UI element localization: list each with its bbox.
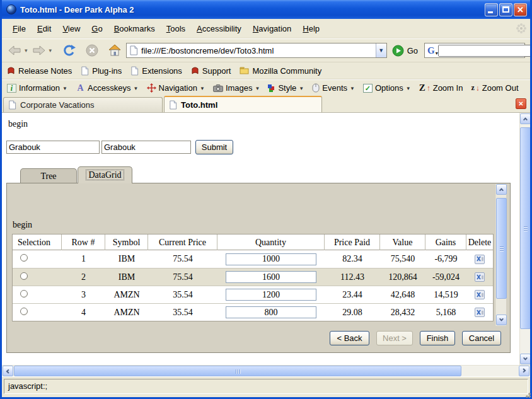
dropdown-caret-icon: ▼ — [62, 86, 67, 91]
resize-grip[interactable] — [523, 390, 531, 398]
dropdown-caret-icon: ▼ — [406, 86, 411, 91]
row-radio[interactable] — [20, 308, 28, 315]
page-icon — [169, 100, 177, 110]
url-bar[interactable]: ▼ — [126, 43, 387, 58]
devbar-zoom-out[interactable]: z↓ Zoom Out — [471, 83, 518, 93]
devbar-information[interactable]: i Information ▼ — [7, 83, 67, 93]
back-button[interactable] — [7, 44, 22, 57]
forward-dropdown-icon[interactable]: ▾ — [49, 47, 52, 54]
stop-button[interactable] — [86, 44, 98, 57]
close-tab-button[interactable]: ✕ — [516, 98, 526, 109]
url-dropdown-button[interactable]: ▼ — [376, 43, 386, 57]
images-icon — [213, 84, 223, 92]
scroll-up-button[interactable] — [520, 113, 530, 124]
table-row: 2 IBM 75.54 112.43 120,864 -59,024 — [13, 268, 493, 286]
devbar-navigation[interactable]: Navigation ▼ — [147, 83, 205, 93]
minimize-button[interactable] — [485, 3, 498, 16]
navigation-icon — [147, 83, 156, 93]
devbar-options[interactable]: ✓ Options ▼ — [363, 83, 411, 93]
throbber-icon — [520, 27, 523, 30]
scroll-up-button[interactable] — [496, 184, 507, 195]
back-dropdown-icon[interactable]: ▾ — [25, 47, 28, 54]
back-wizard-button[interactable]: < Back — [330, 331, 369, 345]
menu-tools[interactable]: Tools — [161, 21, 191, 36]
quantity-input[interactable] — [226, 306, 316, 318]
devbar-events[interactable]: Events ▼ — [312, 83, 355, 93]
close-button[interactable]: ✕ — [514, 3, 527, 16]
app-globe-icon — [6, 4, 16, 14]
scroll-down-button[interactable] — [520, 354, 530, 364]
tab-corporate-vacations[interactable]: Corporate Vacations — [3, 97, 163, 112]
bookmarks-toolbar: Release Notes Plug-ins Extensions Suppor… — [2, 62, 530, 79]
browser-scrollbar[interactable] — [519, 113, 530, 365]
delete-row-button[interactable] — [475, 290, 485, 299]
devbar-zoom-in[interactable]: Z↑ Zoom In — [419, 83, 463, 93]
submit-button[interactable]: Submit — [195, 140, 233, 154]
cancel-button[interactable]: Cancel — [462, 331, 501, 345]
delete-row-button[interactable] — [475, 255, 485, 264]
url-input[interactable] — [138, 46, 376, 55]
bookmark-mozilla-community[interactable]: Mozilla Community — [240, 66, 321, 76]
reload-button[interactable] — [63, 44, 76, 57]
livemark-icon — [7, 67, 15, 75]
menu-edit[interactable]: Edit — [32, 21, 57, 36]
maximize-button[interactable] — [499, 3, 512, 16]
scroll-right-button[interactable] — [519, 366, 529, 376]
quantity-input[interactable] — [226, 271, 316, 283]
quantity-input[interactable] — [226, 253, 316, 265]
panel-scrollbar[interactable] — [495, 184, 506, 326]
folder-icon — [240, 67, 249, 74]
table-row: 3 AMZN 35.54 23.44 42,648 14,519 — [13, 286, 493, 303]
text-field-2[interactable] — [101, 141, 191, 154]
bookmark-plugins[interactable]: Plug-ins — [81, 66, 122, 76]
table-row: 1 IBM 75.54 82.34 75,540 -6,799 — [13, 250, 493, 268]
menu-bookmarks[interactable]: Bookmarks — [108, 21, 161, 36]
search-input[interactable] — [438, 45, 532, 57]
menu-accessibility[interactable]: Accessibility — [191, 21, 247, 36]
devbar-style[interactable]: Style ▼ — [268, 83, 304, 93]
forward-button[interactable] — [32, 44, 47, 57]
google-logo-icon[interactable]: G — [427, 46, 435, 55]
finish-button[interactable]: Finish — [420, 331, 455, 345]
reload-icon — [63, 44, 76, 57]
search-box[interactable]: G ▾ — [424, 43, 525, 58]
tab-bar: Corporate Vacations Toto.html ✕ — [2, 96, 530, 113]
devbar-images[interactable]: Images ▼ — [213, 83, 260, 93]
row-radio[interactable] — [20, 290, 28, 298]
quantity-input[interactable] — [226, 289, 316, 301]
home-button[interactable] — [108, 44, 121, 57]
bookmark-release-notes[interactable]: Release Notes — [7, 66, 72, 76]
row-radio[interactable] — [20, 272, 28, 280]
row-radio[interactable] — [20, 254, 28, 262]
menu-help[interactable]: Help — [297, 21, 325, 36]
tab-tree[interactable]: Tree — [20, 168, 77, 183]
go-label[interactable]: Go — [407, 46, 418, 55]
go-button[interactable] — [392, 45, 404, 57]
horizontal-scrollbar[interactable] — [2, 365, 530, 376]
delete-row-button[interactable] — [475, 272, 485, 282]
scrollbar-thumb[interactable] — [520, 127, 530, 329]
next-wizard-button: Next > — [376, 331, 413, 345]
tab-datagrid[interactable]: DataGrid — [78, 166, 132, 183]
menu-view[interactable]: View — [57, 21, 86, 36]
tab-toto-html[interactable]: Toto.html — [164, 96, 322, 112]
titlebar[interactable]: Toto.html - Deer Park Alpha 2 ✕ — [2, 0, 530, 19]
delete-row-button[interactable] — [475, 308, 485, 317]
scrollbar-thumb[interactable] — [496, 198, 507, 299]
col-row-num: Row # — [62, 234, 105, 250]
col-selection: Selection — [13, 234, 62, 250]
menu-go[interactable]: Go — [86, 21, 108, 36]
menu-file[interactable]: File — [7, 21, 32, 36]
bookmark-extensions[interactable]: Extensions — [130, 66, 182, 76]
scroll-left-button[interactable] — [3, 366, 13, 376]
devbar-accesskeys[interactable]: A Accesskeys ▼ — [76, 83, 139, 93]
delete-icon — [477, 292, 483, 298]
grid-begin-text: begin — [13, 220, 32, 230]
text-field-1[interactable] — [6, 141, 100, 154]
col-symbol: Symbol — [105, 234, 148, 250]
menu-navigation[interactable]: Navigation — [247, 21, 297, 36]
scroll-down-button[interactable] — [496, 315, 507, 325]
browser-window: Toto.html - Deer Park Alpha 2 ✕ File Edi… — [0, 0, 532, 399]
scrollbar-thumb[interactable] — [14, 366, 461, 376]
bookmark-support[interactable]: Support — [191, 66, 231, 76]
